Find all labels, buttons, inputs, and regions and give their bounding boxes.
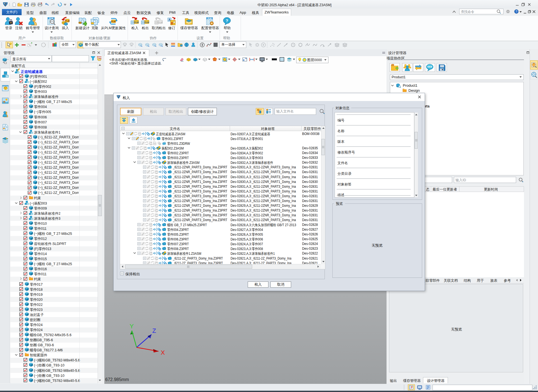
svg-text:?: ? [516, 10, 517, 13]
svg-text:Z: Z [152, 327, 156, 334]
svg-text:A: A [168, 18, 170, 21]
svg-text:?: ? [226, 18, 228, 23]
svg-text:B: B [171, 22, 173, 25]
svg-text:X: X [161, 349, 165, 356]
svg-text:Y: Y [130, 323, 134, 330]
svg-text:PLM: PLM [208, 17, 211, 19]
svg-text:PLM: PLM [79, 22, 82, 24]
svg-text:PLM: PLM [532, 64, 535, 66]
svg-text:PLM: PLM [134, 21, 139, 24]
svg-text:PLM: PLM [111, 20, 116, 22]
svg-text:PLM: PLM [144, 21, 149, 24]
svg-text:PLM: PLM [158, 21, 163, 24]
svg-text:PLM: PLM [49, 17, 53, 19]
svg-text:PLM: PLM [65, 20, 70, 22]
